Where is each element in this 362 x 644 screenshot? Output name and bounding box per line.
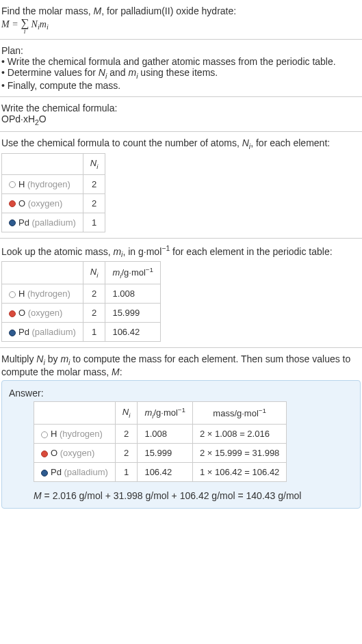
element-name: (hydrogen) (27, 179, 70, 189)
mass-calc: 2 × 1.008 = 2.016 (192, 424, 286, 443)
chemformula-title: Write the chemical formula: (1, 103, 361, 113)
mass-value: 106.42 (138, 462, 193, 481)
plan-bullet2: • Determine values for Ni and mi using t… (1, 67, 361, 80)
intro-prefix: Find the molar mass, (1, 5, 94, 16)
intro-suffix: , for palladium(II) oxide hydrate: (101, 5, 236, 16)
lookup-m: m (113, 246, 121, 257)
cf-p1: OPd·xH (1, 113, 35, 124)
count-suffix: , for each element: (250, 137, 330, 148)
element-circle-icon (9, 200, 16, 207)
element-name: (palladium) (64, 467, 108, 477)
count-prefix: Use the chemical formula to count the nu… (1, 137, 242, 148)
table-row: H (hydrogen) 2 1.008 (2, 284, 161, 304)
element-name: (oxygen) (28, 308, 63, 318)
element-name: (hydrogen) (27, 289, 70, 299)
answer-table: Ni mi/g·mol−1 mass/g·mol−1 H (hydrogen) … (34, 401, 287, 482)
eq-i2: i (47, 23, 49, 31)
answer-label: Answer: (9, 388, 353, 399)
plan-bullet1: • Write the chemical formula and gather … (1, 56, 361, 67)
element-symbol: O (18, 308, 25, 318)
element-symbol: Pd (18, 217, 29, 228)
answer-box: Answer: Ni mi/g·mol−1 mass/g·mol−1 H (hy… (1, 380, 361, 509)
element-symbol: H (18, 179, 25, 189)
header-mi: mi/g·mol−1 (138, 402, 193, 425)
final-formula: M = 2.016 g/mol + 31.998 g/mol + 106.42 … (34, 490, 353, 501)
count-value: 2 (83, 284, 105, 304)
element-circle-icon (9, 181, 16, 188)
eq-eq: = (10, 19, 21, 29)
plan-title: Plan: (1, 45, 361, 56)
lookup-section: Look up the atomic mass, mi, in g·mol−1 … (0, 239, 362, 348)
table-row: H (hydrogen) 2 (2, 174, 105, 193)
count-value: 1 (83, 213, 105, 232)
header-empty (34, 402, 116, 425)
element-circle-icon (9, 291, 16, 298)
eq-m: m (40, 19, 47, 29)
plan-b2-m: m (128, 67, 136, 78)
header-Ni: Ni (83, 262, 105, 284)
mul-m: m (60, 353, 68, 364)
element-symbol: O (18, 198, 25, 209)
final-M: M (34, 490, 42, 501)
table-header-row: Ni (2, 154, 105, 175)
eq-lhs: M (1, 19, 10, 29)
mul-prefix: Multiply (1, 353, 36, 364)
element-name: (oxygen) (60, 448, 95, 458)
element-symbol: H (51, 429, 57, 439)
element-cell: Pd (palladium) (2, 213, 83, 232)
mul-by: by (45, 353, 61, 364)
mass-value: 1.008 (105, 284, 161, 304)
count-N: N (242, 137, 249, 148)
header-Ni: Ni (83, 154, 105, 175)
mass-value: 15.999 (138, 443, 193, 462)
multiply-text: Multiply Ni by mi to compute the mass fo… (1, 353, 361, 377)
table-header-row: Ni mi/g·mol−1 (2, 262, 161, 284)
element-cell: Pd (palladium) (2, 323, 83, 342)
element-symbol: Pd (51, 467, 62, 477)
element-name: (oxygen) (28, 198, 63, 209)
mass-value: 106.42 (105, 323, 161, 342)
plan-b2-suffix: using these items. (138, 67, 218, 78)
mul-N: N (36, 353, 43, 364)
element-circle-icon (41, 451, 48, 457)
intro-equation: M = ∑i Nimi (1, 16, 361, 33)
element-symbol: Pd (18, 327, 29, 337)
element-circle-icon (9, 310, 16, 317)
table-row: Pd (palladium) 1 (2, 213, 105, 232)
element-cell: H (hydrogen) (2, 284, 83, 304)
count-table: Ni H (hydrogen) 2 O (oxygen) 2 Pd (palla… (1, 153, 105, 232)
table-row: H (hydrogen) 2 1.008 2 × 1.008 = 2.016 (34, 424, 287, 443)
table-row: Pd (palladium) 1 106.42 (2, 323, 161, 342)
element-cell: H (hydrogen) (34, 424, 116, 443)
plan-b2-and: and (107, 67, 128, 78)
mul-suffix: : (120, 366, 122, 377)
mul-M: M (112, 366, 120, 377)
element-name: (palladium) (32, 217, 76, 228)
intro-var-M: M (94, 5, 102, 16)
sigma-icon: ∑i (21, 16, 29, 33)
count-value: 2 (83, 304, 105, 323)
count-section: Use the chemical formula to count the nu… (0, 132, 362, 238)
element-circle-icon (9, 330, 16, 336)
header-empty (2, 262, 83, 284)
chemical-formula-section: Write the chemical formula: OPd·xH2O (0, 97, 362, 133)
lookup-mid: , in g·mol (122, 246, 161, 257)
count-value: 2 (83, 174, 105, 193)
element-cell: O (oxygen) (2, 193, 83, 213)
element-name: (hydrogen) (60, 429, 103, 439)
table-row: O (oxygen) 2 (2, 193, 105, 213)
mass-value: 15.999 (105, 304, 161, 323)
element-symbol: O (51, 448, 57, 458)
mass-value: 1.008 (138, 424, 193, 443)
eq-N: N (31, 19, 38, 29)
multiply-section: Multiply Ni by mi to compute the mass fo… (0, 348, 362, 514)
table-row: Pd (palladium) 1 106.42 1 × 106.42 = 106… (34, 462, 287, 481)
lookup-title: Look up the atomic mass, mi, in g·mol−1 … (1, 244, 361, 258)
chemformula-value: OPd·xH2O (1, 113, 361, 126)
count-value: 2 (115, 443, 138, 462)
element-cell: Pd (palladium) (34, 462, 116, 481)
table-row: O (oxygen) 2 15.999 2 × 15.999 = 31.998 (34, 443, 287, 462)
header-mass: mass/g·mol−1 (192, 402, 286, 425)
element-name: (palladium) (32, 327, 76, 337)
lookup-suffix: for each element in the periodic table: (170, 246, 332, 257)
